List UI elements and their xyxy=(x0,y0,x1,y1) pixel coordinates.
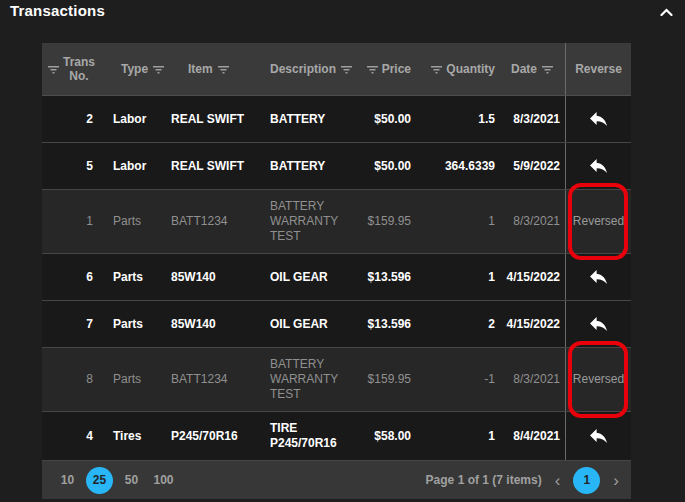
table-row: 4 Tires P245/70R16 TIRE P245/70R16 $58.0… xyxy=(42,412,631,461)
cell-type: Tires xyxy=(105,412,163,460)
column-label: Item xyxy=(188,62,213,76)
table-row: 5 Labor REAL SWIFT BATTERY $50.00 364.63… xyxy=(42,143,631,190)
filter-icon[interactable] xyxy=(542,65,553,74)
cell-description: BATTERY xyxy=(263,143,368,189)
current-page-button[interactable]: 1 xyxy=(573,467,600,494)
cell-item: 85W140 xyxy=(163,254,263,300)
table-header-row: Trans No. Type Item Description Price Qu… xyxy=(42,43,631,96)
cell-item: 85W140 xyxy=(163,301,263,347)
cell-description: OIL GEAR xyxy=(263,254,368,300)
cell-trans-no: 2 xyxy=(42,96,105,142)
cell-type: Parts xyxy=(105,301,163,347)
column-header-reverse: Reverse xyxy=(565,43,631,95)
cell-price: $50.00 xyxy=(368,96,421,142)
undo-icon xyxy=(588,316,609,332)
cell-quantity: 1 xyxy=(421,190,505,253)
chevron-up-icon xyxy=(660,8,673,16)
column-label: Type xyxy=(121,62,148,76)
cell-description: BATTERY WARRANTY TEST xyxy=(263,348,368,411)
column-label: Reverse xyxy=(575,62,622,76)
next-page-button[interactable]: › xyxy=(611,472,621,489)
cell-date: 8/4/2021 xyxy=(505,412,565,460)
cell-price: $159.95 xyxy=(368,190,421,253)
table-body: 2 Labor REAL SWIFT BATTERY $50.00 1.5 8/… xyxy=(42,96,631,461)
cell-quantity: 1 xyxy=(421,254,505,300)
cell-type: Parts xyxy=(105,348,163,411)
undo-icon xyxy=(588,158,609,174)
page-size-button-10[interactable]: 10 xyxy=(54,467,81,494)
table-row: 2 Labor REAL SWIFT BATTERY $50.00 1.5 8/… xyxy=(42,96,631,143)
column-header-trans-no[interactable]: Trans No. xyxy=(42,43,105,95)
previous-page-button[interactable]: ‹ xyxy=(553,472,563,489)
cell-quantity: 364.6339 xyxy=(421,143,505,189)
reverse-cell: Reversed xyxy=(565,348,631,411)
cell-date: 8/3/2021 xyxy=(505,348,565,411)
page-size-button-100[interactable]: 100 xyxy=(150,467,177,494)
cell-date: 4/15/2022 xyxy=(505,254,565,300)
reversed-label: Reversed xyxy=(573,372,624,387)
table-row: 7 Parts 85W140 OIL GEAR $13.596 2 4/15/2… xyxy=(42,301,631,348)
pager: 102550100 Page 1 of 1 (7 items) ‹ 1 › xyxy=(42,461,631,499)
table-row: 8 Parts BATT1234 BATTERY WARRANTY TEST $… xyxy=(42,348,631,412)
page-size-button-50[interactable]: 50 xyxy=(118,467,145,494)
cell-trans-no: 1 xyxy=(42,190,105,253)
filter-icon[interactable] xyxy=(431,65,442,74)
cell-item: REAL SWIFT xyxy=(163,143,263,189)
column-header-price[interactable]: Price xyxy=(368,43,421,95)
transactions-grid: Trans No. Type Item Description Price Qu… xyxy=(42,43,631,499)
reverse-button[interactable] xyxy=(584,426,613,446)
undo-icon xyxy=(588,269,609,285)
reverse-button[interactable] xyxy=(584,267,613,287)
filter-icon[interactable] xyxy=(367,65,378,74)
column-header-quantity[interactable]: Quantity xyxy=(421,43,505,95)
cell-trans-no: 4 xyxy=(42,412,105,460)
column-label: Description xyxy=(270,62,336,76)
reverse-button[interactable] xyxy=(584,156,613,176)
column-label: Trans No. xyxy=(63,55,95,83)
column-label: Price xyxy=(382,62,411,76)
cell-item: BATT1234 xyxy=(163,190,263,253)
cell-item: REAL SWIFT xyxy=(163,96,263,142)
cell-quantity: 2 xyxy=(421,301,505,347)
page-size-selector: 102550100 xyxy=(54,467,177,494)
filter-icon[interactable] xyxy=(341,65,352,74)
cell-price: $50.00 xyxy=(368,143,421,189)
cell-description: BATTERY xyxy=(263,96,368,142)
cell-date: 8/3/2021 xyxy=(505,96,565,142)
cell-price: $159.95 xyxy=(368,348,421,411)
cell-trans-no: 5 xyxy=(42,143,105,189)
cell-type: Labor xyxy=(105,96,163,142)
table-row: 6 Parts 85W140 OIL GEAR $13.596 1 4/15/2… xyxy=(42,254,631,301)
column-label: Date xyxy=(511,62,537,76)
cell-type: Parts xyxy=(105,254,163,300)
reverse-cell xyxy=(565,301,631,347)
cell-quantity: 1 xyxy=(421,412,505,460)
cell-trans-no: 6 xyxy=(42,254,105,300)
filter-icon[interactable] xyxy=(48,65,59,74)
pager-navigation: Page 1 of 1 (7 items) ‹ 1 › xyxy=(426,467,621,494)
reversed-label: Reversed xyxy=(573,214,624,229)
page-title: Transactions xyxy=(10,2,105,19)
cell-quantity: 1.5 xyxy=(421,96,505,142)
reverse-button[interactable] xyxy=(584,109,613,129)
filter-icon[interactable] xyxy=(218,65,229,74)
reverse-cell xyxy=(565,143,631,189)
column-label: Quantity xyxy=(446,62,495,76)
cell-date: 5/9/2022 xyxy=(505,143,565,189)
cell-type: Parts xyxy=(105,190,163,253)
cell-item: BATT1234 xyxy=(163,348,263,411)
column-header-description[interactable]: Description xyxy=(263,43,368,95)
cell-description: BATTERY WARRANTY TEST xyxy=(263,190,368,253)
reverse-cell xyxy=(565,254,631,300)
cell-quantity: -1 xyxy=(421,348,505,411)
table-row: 1 Parts BATT1234 BATTERY WARRANTY TEST $… xyxy=(42,190,631,254)
column-header-date[interactable]: Date xyxy=(505,43,565,95)
reverse-cell: Reversed xyxy=(565,190,631,253)
reverse-button[interactable] xyxy=(584,314,613,334)
column-header-item[interactable]: Item xyxy=(163,43,263,95)
collapse-panel-button[interactable] xyxy=(655,2,677,22)
cell-price: $58.00 xyxy=(368,412,421,460)
cell-price: $13.596 xyxy=(368,254,421,300)
page-size-button-25[interactable]: 25 xyxy=(86,467,113,494)
column-header-type[interactable]: Type xyxy=(105,43,163,95)
